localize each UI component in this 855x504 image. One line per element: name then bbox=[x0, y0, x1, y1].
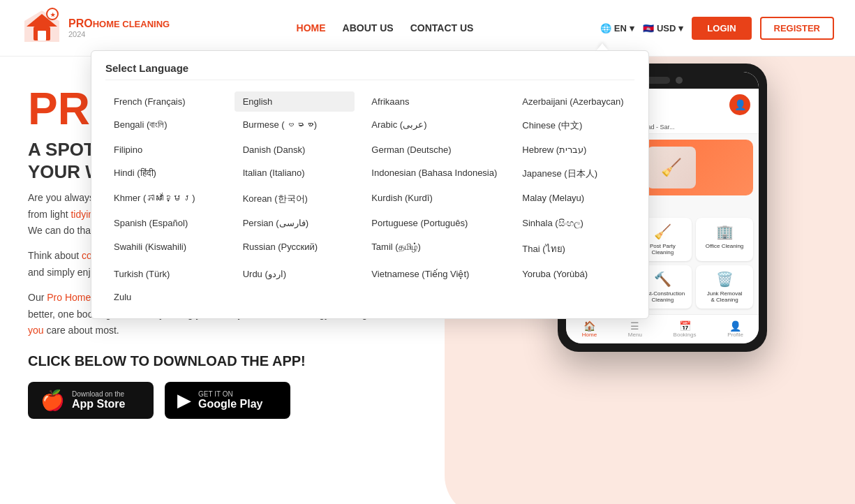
phone-nav-item[interactable]: ☰Menu bbox=[628, 320, 642, 338]
app-buttons: 🍎 Download on the App Store ▶ GET IT ON … bbox=[28, 382, 449, 419]
language-grid: French (Français)EnglishAfrikaansAzerbai… bbox=[105, 91, 634, 307]
language-option[interactable]: Portuguese (Português) bbox=[363, 213, 505, 234]
phone-nav-label: Menu bbox=[628, 332, 642, 338]
language-option[interactable]: Bengali (বাংলি) bbox=[105, 114, 226, 137]
language-option[interactable]: German (Deutsche) bbox=[363, 140, 505, 160]
phone-nav-icon: ☰ bbox=[628, 320, 642, 332]
language-option[interactable]: Afrikaans bbox=[363, 91, 505, 112]
phone-nav-icon: 🏠 bbox=[582, 320, 597, 332]
nav-right: 🌐 EN ▾ 🇰🇭 USD ▾ LOGIN REGISTER bbox=[600, 17, 834, 40]
service-icon: 🏢 bbox=[699, 223, 751, 240]
language-option[interactable]: Urdu (اردو) bbox=[235, 264, 355, 284]
language-option[interactable]: Spanish (Español) bbox=[105, 213, 226, 234]
language-option[interactable]: Chinese (中文) bbox=[514, 114, 634, 137]
logo: ★ PROHOME CLEANING 2024 bbox=[21, 7, 170, 49]
logo-year: 2024 bbox=[68, 30, 170, 38]
language-option[interactable]: Khmer (ភាសាខ្មែរ) bbox=[105, 188, 226, 210]
language-option[interactable]: Hindi (हिंदी) bbox=[105, 163, 226, 185]
language-option[interactable]: Vietnamese (Tiếng Việt) bbox=[363, 264, 505, 284]
nav-about[interactable]: ABOUT US bbox=[343, 22, 394, 34]
appstore-text: Download on the App Store bbox=[72, 390, 125, 410]
language-option[interactable]: Turkish (Türk) bbox=[105, 264, 226, 284]
language-option[interactable]: French (Français) bbox=[105, 91, 226, 112]
googleplay-button[interactable]: ▶ GET IT ON Google Play bbox=[165, 382, 290, 419]
language-code: EN bbox=[614, 23, 627, 34]
lang-chevron-icon: ▾ bbox=[630, 23, 634, 34]
register-button[interactable]: REGISTER bbox=[760, 17, 834, 40]
google-play-icon: ▶ bbox=[177, 390, 191, 411]
currency-button[interactable]: 🇰🇭 USD ▾ bbox=[643, 23, 683, 34]
header: ★ PROHOME CLEANING 2024 HOME ABOUT US CO… bbox=[0, 0, 855, 57]
language-option[interactable]: Italian (Italiano) bbox=[235, 163, 355, 185]
service-item[interactable]: 🗑️Junk Removal& Cleaning bbox=[696, 265, 754, 309]
logo-sub: HOME CLEANING bbox=[93, 19, 170, 29]
language-option[interactable]: English bbox=[235, 91, 355, 112]
language-option[interactable]: Kurdish (Kurdî) bbox=[363, 188, 505, 210]
language-option[interactable]: Thai (ไทย) bbox=[514, 237, 634, 261]
currency-code: USD bbox=[657, 23, 676, 34]
phone-avatar: 👤 bbox=[729, 94, 750, 115]
nav-contact[interactable]: CONTACT US bbox=[410, 22, 474, 34]
cta-text: CLICK BELOW TO DOWNLOAD THE APP! bbox=[28, 353, 449, 369]
logo-pro: PRO bbox=[68, 17, 93, 29]
dropdown-title: Select Language bbox=[105, 62, 634, 80]
appstore-button[interactable]: 🍎 Download on the App Store bbox=[28, 382, 154, 419]
login-button[interactable]: LOGIN bbox=[692, 17, 751, 40]
phone-nav-icon: 📅 bbox=[674, 320, 697, 332]
phone-nav-label: Profile bbox=[727, 332, 743, 338]
phone-nav-item[interactable]: 🏠Home bbox=[582, 320, 597, 338]
service-item[interactable]: 🏢Office Cleaning bbox=[696, 218, 754, 261]
phone-dot bbox=[676, 77, 683, 84]
language-dropdown: Select Language French (Français)English… bbox=[91, 50, 649, 319]
phone-nav-label: Bookings bbox=[674, 332, 697, 338]
logo-icon: ★ bbox=[21, 7, 63, 49]
language-option[interactable]: Russian (Русский) bbox=[235, 237, 355, 261]
service-label: Junk Removal& Cleaning bbox=[699, 290, 751, 303]
language-option[interactable]: Persian (فارسی) bbox=[235, 213, 355, 234]
language-flag: 🌐 bbox=[600, 23, 611, 34]
nav-home[interactable]: HOME bbox=[297, 22, 326, 34]
main-nav: HOME ABOUT US CONTACT US bbox=[297, 22, 474, 34]
svg-text:★: ★ bbox=[50, 12, 56, 18]
language-option[interactable]: Tamil (தமிழ்) bbox=[363, 237, 505, 261]
language-option[interactable]: Burmese (ဗမာစာ) bbox=[235, 114, 355, 137]
language-option[interactable]: Malay (Melayu) bbox=[514, 188, 634, 210]
language-option[interactable]: Indonesian (Bahasa Indonesia) bbox=[363, 163, 505, 185]
service-icon: 🗑️ bbox=[699, 271, 751, 288]
language-option[interactable]: Arabic (عربى) bbox=[363, 114, 505, 137]
currency-flag: 🇰🇭 bbox=[643, 23, 654, 34]
language-option[interactable]: Danish (Dansk) bbox=[235, 140, 355, 160]
language-option[interactable]: Swahili (Kiswahili) bbox=[105, 237, 226, 261]
currency-chevron-icon: ▾ bbox=[678, 23, 683, 34]
language-option[interactable]: Azerbaijani (Azerbaycan) bbox=[514, 91, 634, 112]
service-label: Office Cleaning bbox=[699, 243, 751, 249]
language-button[interactable]: 🌐 EN ▾ bbox=[600, 23, 634, 34]
apple-icon: 🍎 bbox=[40, 389, 65, 412]
language-option[interactable]: Yoruba (Yorùbá) bbox=[514, 264, 634, 284]
svg-rect-3 bbox=[38, 31, 46, 40]
language-option[interactable]: Zulu bbox=[105, 287, 226, 307]
language-option[interactable]: Hebrew (עברית) bbox=[514, 140, 634, 160]
logo-text: PROHOME CLEANING 2024 bbox=[68, 17, 170, 38]
dropdown-arrow bbox=[597, 43, 608, 50]
phone-nav-item[interactable]: 👤Profile bbox=[727, 320, 743, 338]
phone-nav-icon: 👤 bbox=[727, 320, 743, 332]
phone-nav-label: Home bbox=[582, 332, 597, 338]
phone-nav-item[interactable]: 📅Bookings bbox=[674, 320, 697, 338]
googleplay-text: GET IT ON Google Play bbox=[198, 390, 262, 410]
language-option[interactable]: Korean (한국어) bbox=[235, 188, 355, 210]
language-option[interactable]: Filipino bbox=[105, 140, 226, 160]
phone-banner-image: 🧹 bbox=[647, 147, 696, 188]
language-option[interactable]: Sinhala (සිංහල) bbox=[514, 213, 634, 234]
language-option[interactable]: Japanese (日本人) bbox=[514, 163, 634, 185]
